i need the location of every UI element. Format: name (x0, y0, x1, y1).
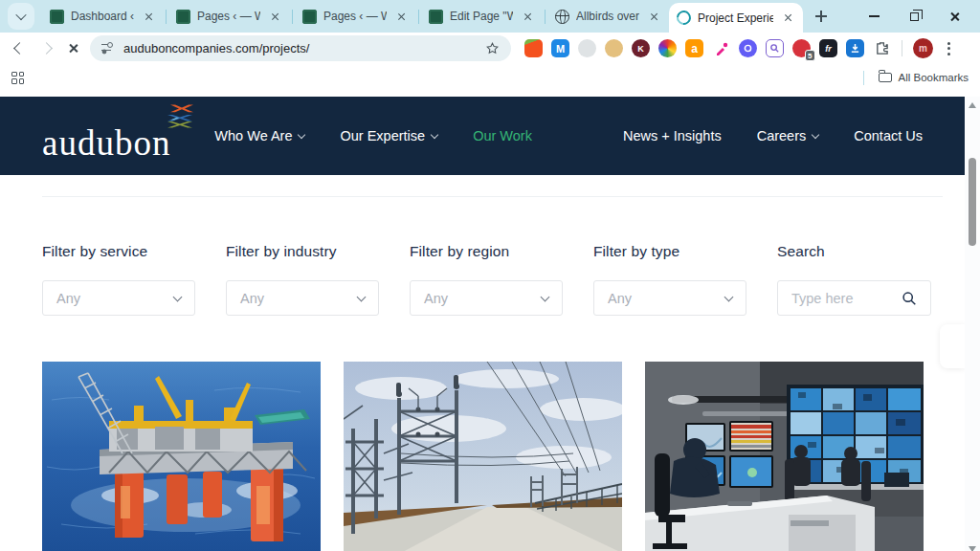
folder-icon (879, 73, 892, 82)
tab-allbirds[interactable]: Allbirds overview a (547, 0, 669, 33)
forward-button[interactable] (33, 35, 59, 62)
k-extension-icon[interactable]: K (632, 39, 650, 57)
siteground-icon[interactable] (524, 39, 543, 57)
search-q-extension-icon[interactable] (766, 39, 784, 57)
filter-industry-group: Filter by industry Any (226, 243, 379, 316)
filter-industry-select[interactable]: Any (226, 280, 379, 316)
site-header: audubon Who We Are Our Expertise Our Wor… (0, 97, 965, 175)
page-scrollbar[interactable] (965, 97, 980, 551)
profile-avatar[interactable]: m (913, 38, 933, 58)
url-text[interactable]: auduboncompanies.com/projects/ (123, 41, 477, 55)
eyedropper-icon[interactable] (712, 39, 730, 57)
search-icon[interactable] (902, 291, 917, 306)
all-bookmarks-button[interactable]: All Bookmarks (899, 72, 969, 83)
chevron-down-icon (724, 292, 734, 301)
project-card-control-room[interactable] (645, 362, 924, 551)
filter-region-group: Filter by region Any (410, 243, 563, 316)
scroll-down-icon[interactable] (969, 546, 976, 551)
extensions-puzzle-icon[interactable] (873, 39, 891, 57)
tab-pages-2[interactable]: Pages ‹ — WordPr (295, 0, 416, 33)
tab-title: Edit Page "Websit (450, 10, 513, 23)
chevron-down-icon (298, 130, 305, 138)
onetab-icon[interactable]: 5 (792, 39, 811, 57)
close-icon (523, 12, 532, 21)
gold-extension-icon[interactable] (605, 39, 623, 57)
offshore-platform-image (42, 362, 321, 551)
filter-region-select[interactable]: Any (410, 280, 563, 316)
close-window-button[interactable] (934, 0, 974, 33)
restore-icon (910, 12, 919, 21)
tab-search-button[interactable] (8, 3, 34, 30)
tab-pages-1[interactable]: Pages ‹ — WordPr (168, 0, 290, 33)
nav-contact-us[interactable]: Contact Us (854, 128, 923, 143)
tab-title: Pages ‹ — WordPr (323, 10, 387, 23)
color-wheel-icon[interactable] (658, 39, 677, 57)
disabled-extension-icon[interactable] (578, 39, 596, 57)
fireflies-icon[interactable]: fr (819, 39, 837, 57)
back-arrow-icon (13, 42, 26, 55)
audubon-logo[interactable]: audubon (42, 112, 170, 161)
search-label: Search (777, 243, 931, 260)
control-room-image (645, 362, 924, 551)
tab-close-button[interactable] (646, 9, 661, 24)
back-button[interactable] (6, 35, 33, 62)
address-bar[interactable]: auduboncompanies.com/projects/ (90, 35, 511, 61)
tab-separator (418, 10, 419, 24)
substation-image (344, 362, 622, 551)
scrollbar-thumb[interactable] (969, 158, 976, 246)
close-icon (145, 12, 153, 21)
nav-who-we-are[interactable]: Who We Are (214, 128, 304, 143)
minimize-icon (869, 15, 880, 17)
nav-label: News + Insights (623, 128, 722, 143)
close-icon (650, 12, 658, 21)
nav-label: Our Work (473, 128, 532, 143)
nav-careers[interactable]: Careers (757, 128, 819, 143)
tab-edit-page[interactable]: Edit Page "Websit (421, 0, 543, 33)
extension-badge: 5 (805, 50, 815, 61)
nav-label: Careers (757, 128, 807, 143)
globe-icon (555, 10, 569, 24)
tab-project-experience-active[interactable]: Project Experience (669, 3, 803, 33)
toolbar-separator (902, 40, 902, 56)
site-info-icon[interactable] (101, 43, 115, 55)
search-box[interactable] (777, 280, 931, 316)
minimize-button[interactable] (854, 0, 894, 33)
filter-type-select[interactable]: Any (593, 280, 746, 316)
bookmark-star-icon[interactable] (485, 41, 500, 55)
tab-separator (292, 10, 293, 24)
tab-dashboard[interactable]: Dashboard ‹ — Wo (42, 0, 164, 33)
chevron-down-icon (431, 130, 438, 138)
close-icon (397, 12, 406, 21)
nav-news-insights[interactable]: News + Insights (623, 128, 722, 143)
chevron-down-icon (357, 292, 367, 301)
project-card-substation[interactable] (344, 362, 622, 551)
filter-type-group: Filter by type Any (593, 243, 746, 316)
nav-our-work-active[interactable]: Our Work (473, 128, 532, 143)
scroll-up-icon[interactable] (969, 102, 976, 108)
tab-close-button[interactable] (267, 9, 282, 24)
close-icon (784, 13, 792, 22)
bookmarks-bar: All Bookmarks (0, 64, 980, 91)
loom-icon[interactable] (739, 39, 757, 57)
stop-loading-button[interactable] (59, 35, 86, 62)
filter-label: Filter by industry (226, 243, 379, 260)
wordpress-icon (50, 10, 64, 24)
search-input[interactable] (791, 291, 887, 306)
amazon-icon[interactable]: a (685, 39, 703, 57)
tab-close-button[interactable] (780, 11, 795, 26)
floating-widget[interactable] (940, 324, 965, 368)
new-tab-button[interactable] (809, 4, 834, 29)
nav-our-expertise[interactable]: Our Expertise (340, 128, 437, 143)
monday-icon[interactable]: M (551, 39, 569, 57)
tab-close-button[interactable] (520, 9, 535, 24)
tab-close-button[interactable] (141, 9, 156, 24)
download-extension-icon[interactable] (846, 39, 864, 57)
project-card-offshore-platform[interactable] (42, 362, 321, 551)
nav-label: Contact Us (854, 128, 923, 143)
apps-grid-icon[interactable] (11, 72, 24, 84)
browser-menu-button[interactable] (942, 36, 956, 61)
chevron-down-icon (541, 292, 550, 301)
tab-close-button[interactable] (393, 9, 409, 24)
restore-button[interactable] (894, 0, 934, 33)
filter-service-select[interactable]: Any (42, 280, 195, 316)
